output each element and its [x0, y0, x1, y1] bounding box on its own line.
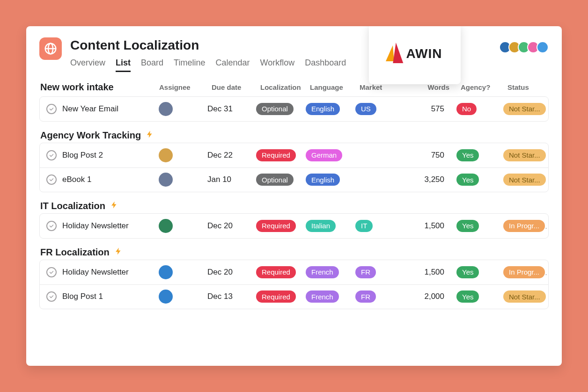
status-pill[interactable]: Not Star...: [503, 174, 546, 186]
language-pill[interactable]: French: [306, 266, 339, 278]
project-icon: [39, 37, 62, 60]
assignee-avatar[interactable]: [159, 173, 173, 187]
tab-overview[interactable]: Overview: [70, 58, 105, 72]
language-pill[interactable]: English: [306, 103, 340, 115]
task-title: Blog Post 1: [62, 292, 103, 301]
column-header-agency[interactable]: Agency?: [457, 83, 504, 91]
assignee-avatar[interactable]: [159, 102, 173, 116]
section: IT LocalizationHoliday NewsletterDec 20R…: [39, 201, 549, 239]
language-pill[interactable]: German: [306, 149, 342, 161]
section-name[interactable]: New work intake: [40, 82, 114, 93]
collaborator-avatars[interactable]: [502, 41, 549, 53]
agency-pill[interactable]: No: [456, 103, 477, 115]
app-panel: AWIN Content Localization OverviewListBo…: [26, 26, 562, 366]
complete-check-icon[interactable]: [46, 150, 57, 160]
column-header-market[interactable]: Market: [356, 83, 405, 91]
tab-timeline[interactable]: Timeline: [174, 58, 205, 72]
status-pill[interactable]: Not Star...: [503, 149, 546, 161]
agency-pill[interactable]: Yes: [456, 290, 479, 303]
complete-check-icon[interactable]: [46, 174, 57, 185]
status-pill[interactable]: In Progr...: [503, 220, 545, 232]
assignee-avatar[interactable]: [159, 265, 173, 279]
agency-pill[interactable]: Yes: [456, 174, 479, 186]
status-pill[interactable]: In Progr...: [503, 266, 545, 278]
due-date[interactable]: Dec 13: [204, 292, 252, 301]
column-header-assignee[interactable]: Assignee: [155, 83, 208, 91]
rule-bolt-icon[interactable]: [146, 130, 154, 141]
localization-pill[interactable]: Required: [256, 149, 296, 161]
project-title: Content Localization: [70, 37, 549, 53]
brand-name: AWIN: [406, 46, 442, 61]
section-name[interactable]: IT Localization: [40, 201, 105, 211]
task-row[interactable]: eBook 1Jan 10OptionalEnglish3,250YesNot …: [40, 167, 548, 192]
tab-list[interactable]: List: [116, 58, 131, 72]
due-date[interactable]: Dec 31: [204, 104, 252, 114]
market-pill[interactable]: IT: [355, 220, 373, 232]
words-value: 1,500: [401, 268, 453, 277]
section-name[interactable]: FR Localization: [40, 247, 110, 258]
task-row[interactable]: Holiday NewsletterDec 20RequiredFrenchFR…: [40, 260, 548, 284]
localization-pill[interactable]: Optional: [256, 174, 294, 186]
globe-icon: [44, 42, 58, 56]
task-title: eBook 1: [62, 175, 91, 184]
agency-pill[interactable]: Yes: [456, 220, 479, 232]
market-pill[interactable]: FR: [355, 266, 376, 278]
task-row[interactable]: Blog Post 2Dec 22RequiredGerman750YesNot…: [40, 143, 548, 167]
column-header-due[interactable]: Due date: [208, 83, 257, 91]
collaborator-avatar[interactable]: [537, 41, 549, 53]
tab-dashboard[interactable]: Dashboard: [305, 58, 346, 72]
words-value: 750: [401, 151, 453, 160]
due-date[interactable]: Dec 22: [204, 151, 252, 160]
complete-check-icon[interactable]: [46, 221, 57, 231]
tab-board[interactable]: Board: [141, 58, 163, 72]
localization-pill[interactable]: Required: [256, 290, 296, 303]
column-header-localization[interactable]: Localization: [257, 83, 306, 91]
due-date[interactable]: Dec 20: [204, 221, 252, 231]
assignee-avatar[interactable]: [159, 219, 173, 233]
complete-check-icon[interactable]: [46, 104, 57, 114]
status-pill[interactable]: Not Star...: [503, 290, 546, 303]
status-pill[interactable]: Not Star...: [503, 103, 546, 115]
assignee-avatar[interactable]: [159, 290, 173, 304]
words-value: 3,250: [401, 175, 453, 184]
section: New work intakeAssigneeDue dateLocalizat…: [39, 80, 549, 122]
column-header-words[interactable]: Words: [405, 83, 457, 91]
column-header-status[interactable]: Status: [504, 83, 551, 91]
task-rows: Holiday NewsletterDec 20RequiredFrenchFR…: [39, 260, 549, 309]
project-header: Content Localization OverviewListBoardTi…: [39, 37, 549, 72]
words-value: 575: [401, 104, 453, 114]
assignee-avatar[interactable]: [159, 148, 173, 162]
task-row[interactable]: New Year EmailDec 31OptionalEnglishUS575…: [40, 97, 548, 121]
complete-check-icon[interactable]: [46, 291, 57, 302]
complete-check-icon[interactable]: [46, 267, 57, 277]
tab-workflow[interactable]: Workflow: [260, 58, 294, 72]
task-title: Blog Post 2: [62, 151, 103, 160]
task-rows: New Year EmailDec 31OptionalEnglishUS575…: [39, 96, 549, 122]
task-rows: Blog Post 2Dec 22RequiredGerman750YesNot…: [39, 143, 549, 192]
agency-pill[interactable]: Yes: [456, 149, 479, 161]
column-headers: AssigneeDue dateLocalizationLanguageMark…: [155, 80, 549, 94]
section: Agency Work TrackingBlog Post 2Dec 22Req…: [39, 130, 549, 192]
rule-bolt-icon[interactable]: [114, 247, 123, 258]
tab-calendar[interactable]: Calendar: [215, 58, 250, 72]
market-pill[interactable]: FR: [355, 290, 376, 303]
brand-card: AWIN: [369, 26, 461, 84]
due-date[interactable]: Jan 10: [204, 175, 252, 184]
localization-pill[interactable]: Optional: [256, 103, 294, 115]
localization-pill[interactable]: Required: [256, 220, 296, 232]
due-date[interactable]: Dec 20: [204, 268, 252, 277]
localization-pill[interactable]: Required: [256, 266, 296, 278]
section: FR LocalizationHoliday NewsletterDec 20R…: [39, 247, 549, 309]
task-title: Holiday Newsletter: [62, 268, 129, 277]
task-title: Holiday Newsletter: [62, 221, 129, 231]
task-row[interactable]: Blog Post 1Dec 13RequiredFrenchFR2,000Ye…: [40, 284, 548, 309]
section-name[interactable]: Agency Work Tracking: [40, 130, 141, 141]
language-pill[interactable]: English: [306, 174, 340, 186]
agency-pill[interactable]: Yes: [456, 266, 479, 278]
language-pill[interactable]: Italian: [306, 220, 336, 232]
rule-bolt-icon[interactable]: [110, 201, 118, 211]
task-row[interactable]: Holiday NewsletterDec 20RequiredItalianI…: [40, 214, 548, 238]
column-header-language[interactable]: Language: [306, 83, 356, 91]
language-pill[interactable]: French: [306, 290, 339, 303]
market-pill[interactable]: US: [355, 103, 376, 115]
